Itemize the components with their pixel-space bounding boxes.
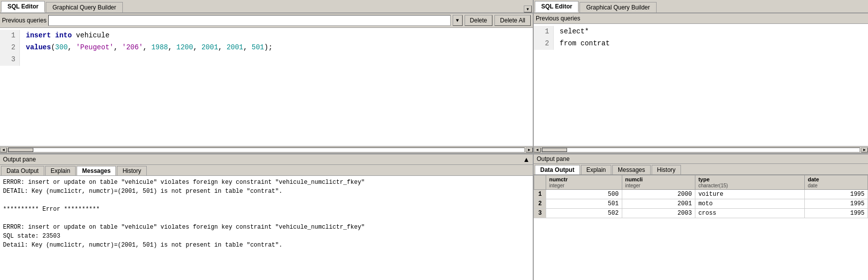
tab-explain-left[interactable]: Explain [45, 166, 76, 175]
right-code-content-2: from contrat [554, 38, 610, 50]
left-output-header: Output pane ▲ [0, 154, 533, 165]
row1-numctr: 500 [546, 190, 622, 199]
tab-sql-editor-right[interactable]: SQL Editor [535, 1, 579, 12]
msg-line-1: ERROR: insert or update on table "vehicu… [3, 178, 530, 187]
delete-button[interactable]: Delete [465, 15, 493, 26]
left-query-bar-label: Previous queries [2, 17, 46, 24]
hscroll-thumb-left[interactable] [8, 148, 33, 152]
tab-sql-editor-left[interactable]: SQL Editor [1, 1, 45, 12]
line-num-3: 3 [0, 54, 20, 66]
tab-data-output-right[interactable]: Data Output [535, 165, 580, 174]
left-output-tabs: Data Output Explain Messages History [0, 165, 533, 176]
hscroll-left-arrow[interactable]: ◀ [0, 147, 7, 152]
tab-graphical-query-builder-left[interactable]: Graphical Query Builder [46, 2, 122, 12]
left-output-pane-label: Output pane [3, 156, 36, 163]
tab-graphical-query-builder-right[interactable]: Graphical Query Builder [579, 2, 656, 12]
table-header-row: numctr integer numcli integer type chara… [534, 175, 868, 190]
table-row: 1 500 2000 voiture 1995 [534, 190, 868, 199]
col-numcli-header: numcli integer [622, 175, 695, 190]
hscroll-track-left[interactable] [8, 147, 525, 152]
col-numctr-header: numctr integer [546, 175, 622, 190]
bottom-left-pane: Output pane ▲ Data Output Explain Messag… [0, 154, 534, 280]
msg-line-3 [3, 196, 530, 205]
msg-line-2: DETAIL: Key (numclictr, numctr)=(2001, 5… [3, 187, 530, 196]
right-output-tabs: Data Output Explain Messages History [534, 164, 868, 175]
right-line-num-2: 2 [534, 38, 554, 50]
line-num-2: 2 [0, 42, 20, 54]
bottom-area: Output pane ▲ Data Output Explain Messag… [0, 153, 868, 280]
col-numctr-type: integer [549, 183, 565, 188]
table-row: 2 501 2001 moto 1995 [534, 199, 868, 209]
table-row: 3 502 2003 cross 1995 [534, 209, 868, 218]
code-content-2: values(300, 'Peugeot', '206', 1988, 1200… [20, 42, 273, 54]
left-query-dropdown[interactable]: ▼ [453, 15, 463, 26]
left-query-bar: Previous queries ▼ Delete Delete All [0, 13, 533, 28]
row3-numcli: 2003 [622, 209, 695, 218]
row1-date: 1995 [804, 190, 868, 199]
code-line-1: 1 insert into vehicule [0, 30, 533, 42]
left-code-editor[interactable]: 1 insert into vehicule 2 values(300, 'Pe… [0, 28, 533, 146]
right-hscroll-right-arrow[interactable]: ▶ [861, 147, 868, 152]
tab-history-left[interactable]: History [117, 166, 146, 175]
row3-numctr: 502 [546, 209, 622, 218]
right-hscroll-thumb[interactable] [542, 148, 567, 152]
right-hscroll-left-arrow[interactable]: ◀ [534, 147, 541, 152]
tab-messages-right[interactable]: Messages [612, 165, 651, 174]
right-code-content-1: select* [554, 26, 589, 38]
tab-data-output-left[interactable]: Data Output [1, 166, 44, 175]
tab-explain-right[interactable]: Explain [581, 165, 611, 174]
col-rownum-header [534, 175, 546, 190]
tab-messages-left[interactable]: Messages [77, 166, 116, 175]
col-type-header: type character(15) [695, 175, 804, 190]
code-content-1: insert into vehicule [20, 30, 109, 42]
right-code-editor[interactable]: 1 select* 2 from contrat [534, 24, 868, 146]
row3-date: 1995 [804, 209, 868, 218]
delete-all-button[interactable]: Delete All [494, 15, 531, 26]
col-date-type: date [808, 183, 817, 188]
row1-type: voiture [695, 190, 804, 199]
msg-line-4: ********** Error ********** [3, 205, 530, 214]
pane-scroll-left-btn[interactable]: ▼ [524, 5, 532, 12]
col-numctr-name: numctr [549, 176, 619, 182]
right-query-bar: Previous queries [534, 13, 868, 24]
data-table-container: numctr integer numcli integer type chara… [534, 175, 868, 280]
right-hscroll: ◀ ▶ [534, 146, 868, 153]
right-output-header: Output pane [534, 154, 868, 164]
msg-line-6: ERROR: insert or update on table "vehicu… [3, 223, 530, 232]
msg-line-8: Detail: Key (numclictr, numctr)=(2001, 5… [3, 241, 530, 250]
right-code-line-1: 1 select* [534, 26, 868, 38]
messages-content: ERROR: insert or update on table "vehicu… [0, 176, 533, 280]
col-date-name: date [808, 176, 865, 182]
left-query-input[interactable] [48, 15, 450, 26]
top-area: SQL Editor Graphical Query Builder ▼ Pre… [0, 0, 868, 153]
right-code-line-2: 2 from contrat [534, 38, 868, 50]
row1-numcli: 2000 [622, 190, 695, 199]
left-tab-bar: SQL Editor Graphical Query Builder ▼ [0, 0, 533, 13]
row2-numcli: 2001 [622, 199, 695, 209]
left-hscroll: ◀ ▶ [0, 146, 533, 153]
col-date-header: date date [804, 175, 868, 190]
row3-num: 3 [534, 209, 546, 218]
col-type-type: character(15) [698, 183, 728, 188]
code-content-3 [20, 54, 26, 66]
row2-date: 1995 [804, 199, 868, 209]
col-numcli-type: integer [625, 183, 641, 188]
right-hscroll-track[interactable] [542, 147, 860, 152]
row2-numctr: 501 [546, 199, 622, 209]
right-line-num-1: 1 [534, 26, 554, 38]
row2-type: moto [695, 199, 804, 209]
row1-num: 1 [534, 190, 546, 199]
right-output-pane-label: Output pane [537, 155, 570, 162]
row2-num: 2 [534, 199, 546, 209]
line-num-1: 1 [0, 30, 20, 42]
right-query-bar-label: Previous queries [536, 15, 580, 22]
hscroll-right-arrow[interactable]: ▶ [526, 147, 533, 152]
right-tab-bar: SQL Editor Graphical Query Builder [534, 0, 868, 13]
right-editor-pane: SQL Editor Graphical Query Builder Previ… [534, 0, 868, 153]
bottom-right-pane: Output pane Data Output Explain Messages… [534, 154, 868, 280]
left-output-close-icon[interactable]: ▲ [523, 155, 530, 163]
left-editor-pane: SQL Editor Graphical Query Builder ▼ Pre… [0, 0, 534, 153]
result-table: numctr integer numcli integer type chara… [534, 175, 868, 218]
code-line-2: 2 values(300, 'Peugeot', '206', 1988, 12… [0, 42, 533, 54]
tab-history-right[interactable]: History [652, 165, 681, 174]
